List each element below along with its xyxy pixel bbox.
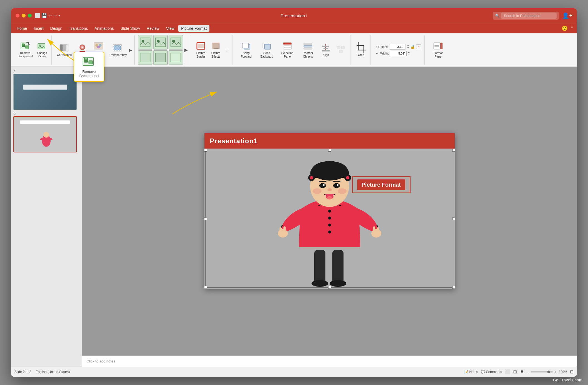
- width-input[interactable]: [390, 51, 407, 56]
- menu-animations[interactable]: Animations: [92, 25, 117, 32]
- image-preset-1[interactable]: [138, 35, 152, 50]
- popup-icon: [78, 56, 100, 68]
- ribbon-group-adjust: RemoveBackground ChangePicture: [14, 35, 52, 65]
- menu-view[interactable]: View: [163, 25, 177, 32]
- bring-forward-button[interactable]: Bring Forward: [236, 40, 256, 59]
- transparency-icon: [112, 43, 122, 52]
- zoom-slider[interactable]: [531, 371, 553, 372]
- photo-selection: [205, 150, 454, 288]
- menu-transitions[interactable]: Transitions: [66, 25, 91, 32]
- corrections-button[interactable]: Corrections: [55, 42, 73, 58]
- maximize-button[interactable]: [28, 14, 32, 18]
- slide-thumb-2[interactable]: 2: [13, 112, 80, 152]
- menu-home[interactable]: Home: [14, 25, 30, 32]
- comments-button[interactable]: 💬 Comments: [481, 370, 502, 374]
- height-input[interactable]: [389, 44, 406, 50]
- quick-access-save-icon[interactable]: 💾: [42, 14, 47, 18]
- svg-rect-61: [434, 46, 439, 47]
- picture-effects-button[interactable]: PictureEffects: [209, 40, 223, 59]
- selection-pane-button[interactable]: Selection Pane: [277, 40, 297, 59]
- picture-layout-button[interactable]: ⋮: [224, 47, 230, 53]
- slide-canvas[interactable]: Presentation1: [204, 133, 455, 289]
- width-down[interactable]: ▼: [408, 53, 410, 56]
- more-button[interactable]: ▶: [129, 48, 132, 52]
- language-info: English (United States): [36, 370, 70, 374]
- grid-view-icon[interactable]: ⊞: [513, 369, 517, 374]
- height-spinners: ▲ ▼: [407, 44, 409, 49]
- zoom-in-button[interactable]: +: [555, 370, 557, 374]
- picture-border-label: PictureBorder: [196, 51, 206, 58]
- remove-bg-icon: [20, 42, 30, 51]
- slide-highlight-area: Picture Format: [352, 176, 411, 193]
- change-picture-icon: [37, 42, 47, 51]
- image-scroll-btn[interactable]: ▶: [184, 47, 188, 53]
- svg-rect-36: [242, 43, 248, 48]
- slide-thumb-1[interactable]: 1: [13, 70, 80, 110]
- notes-area[interactable]: Click to add notes: [82, 356, 577, 367]
- customize-icon[interactable]: ▾: [58, 14, 60, 18]
- slide-thumbnail-1[interactable]: [13, 74, 77, 110]
- menu-slideshow[interactable]: Slide Show: [118, 25, 143, 32]
- crop-button[interactable]: Crop: [354, 42, 368, 58]
- handle-top-right[interactable]: [452, 149, 455, 152]
- image-preset-6[interactable]: [169, 50, 183, 65]
- picture-border-button[interactable]: PictureBorder: [194, 40, 208, 59]
- presenter-view-icon[interactable]: 🖥: [520, 369, 524, 374]
- transparency-label: Transparency: [109, 53, 126, 57]
- zoom-out-button[interactable]: −: [527, 370, 529, 374]
- height-down[interactable]: ▼: [407, 47, 409, 49]
- minimize-button[interactable]: [22, 14, 26, 18]
- image-preset-3[interactable]: [169, 35, 183, 50]
- handle-middle-right[interactable]: [452, 218, 455, 220]
- send-backward-button[interactable]: Send Backward: [257, 40, 277, 59]
- menu-design[interactable]: Design: [47, 25, 65, 32]
- undo-icon[interactable]: ↩: [48, 13, 52, 18]
- height-row: ↕ Height: ▲ ▼ 🔒 ✓: [375, 44, 421, 50]
- svg-rect-24: [155, 38, 165, 47]
- picture-effects-icon: [211, 41, 221, 50]
- align-button[interactable]: Align: [318, 42, 333, 58]
- smiley-icon[interactable]: 🙂: [562, 25, 568, 31]
- status-bar-right: 📝 Notes 💬 Comments ⬜ ⊞ 🖥 − + 229% ⊡: [464, 369, 574, 374]
- selection-pane-icon: [282, 41, 292, 50]
- quick-access-icon1[interactable]: ⬜: [35, 14, 40, 18]
- close-button[interactable]: [16, 14, 19, 18]
- image-preset-2[interactable]: [153, 35, 168, 50]
- format-pane-button[interactable]: Format Pane: [428, 40, 448, 59]
- handle-middle-left[interactable]: [204, 218, 207, 220]
- remove-background-button[interactable]: RemoveBackground: [16, 41, 34, 59]
- width-up[interactable]: ▲: [408, 51, 410, 53]
- height-up[interactable]: ▲: [407, 44, 409, 46]
- image-preset-4[interactable]: [138, 50, 152, 65]
- handle-bottom-left[interactable]: [204, 286, 207, 289]
- group-objects-button[interactable]: [333, 44, 348, 56]
- handle-bottom-middle[interactable]: [328, 286, 331, 289]
- redo-icon[interactable]: ↪: [53, 13, 57, 18]
- menu-insert[interactable]: Insert: [31, 25, 46, 32]
- picture-effects-label: PictureEffects: [211, 51, 221, 58]
- svg-rect-44: [304, 45, 312, 47]
- change-picture-button[interactable]: ChangePicture: [35, 41, 49, 59]
- slide-thumbnail-2[interactable]: [13, 116, 77, 152]
- user-add-icon[interactable]: 👤+: [562, 12, 572, 19]
- handle-top-left[interactable]: [204, 149, 207, 152]
- svg-point-23: [142, 40, 144, 43]
- notes-button[interactable]: 📝 Notes: [464, 370, 478, 374]
- normal-view-icon[interactable]: ⬜: [505, 369, 510, 374]
- image-preset-5[interactable]: [153, 50, 168, 65]
- fit-window-button[interactable]: ⊡: [570, 369, 574, 374]
- photo-background: [204, 149, 455, 289]
- traffic-lights: [16, 14, 32, 18]
- reorder-objects-button[interactable]: Reorder Objects: [298, 40, 318, 59]
- search-input[interactable]: [501, 13, 557, 19]
- width-resize-icon: ↔: [375, 51, 379, 56]
- handle-bottom-right[interactable]: [452, 286, 455, 289]
- collapse-icon[interactable]: ⌃: [570, 25, 574, 31]
- menu-review[interactable]: Review: [144, 25, 162, 32]
- reorder-objects-icon: [303, 41, 313, 50]
- menu-picture-format[interactable]: Picture Format: [178, 25, 209, 32]
- photo-container: [204, 149, 455, 289]
- remove-bg-label: RemoveBackground: [18, 51, 33, 58]
- transparency-button[interactable]: Transparency: [107, 42, 127, 58]
- handle-top-middle[interactable]: [328, 149, 331, 152]
